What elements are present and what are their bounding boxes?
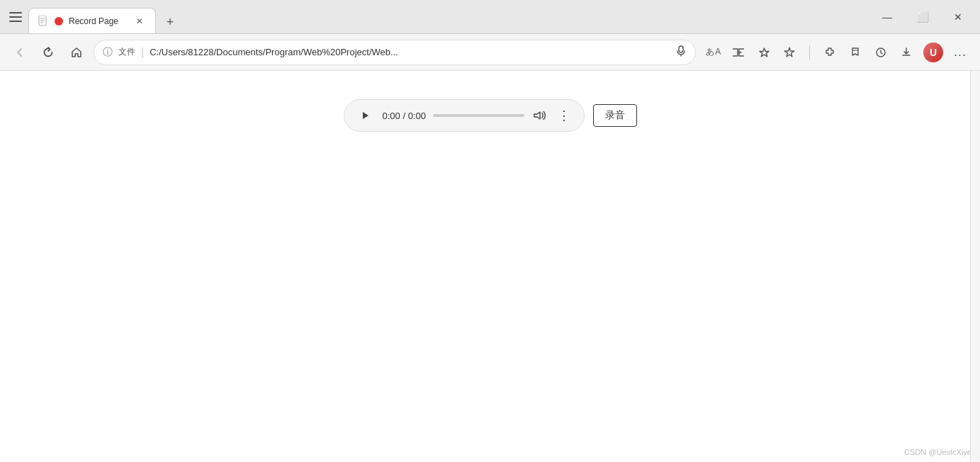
immersive-reader-button[interactable] — [727, 41, 750, 64]
address-info-icon[interactable]: ⓘ — [103, 46, 113, 59]
audio-player-container: 0:00 / 0:00 ⋮ 录音 — [344, 99, 637, 132]
svg-rect-1 — [9, 16, 22, 18]
toolbar-divider — [809, 45, 810, 60]
browser-window: Record Page ✕ + — ⬜ ✕ — [0, 0, 980, 462]
title-bar: Record Page ✕ + — ⬜ ✕ — [0, 0, 980, 34]
recording-indicator — [55, 17, 63, 26]
play-button[interactable] — [356, 106, 376, 125]
navigation-bar: ⓘ 文件 | C:/Users/81228/Documents/Program/… — [0, 34, 980, 71]
address-mic-icon[interactable] — [675, 45, 687, 60]
collections-button[interactable] — [844, 41, 867, 64]
active-tab[interactable]: Record Page ✕ — [28, 8, 156, 33]
extensions-button[interactable] — [818, 41, 841, 64]
downloads-button[interactable] — [895, 41, 918, 64]
address-bar[interactable]: ⓘ 文件 | C:/Users/81228/Documents/Program/… — [94, 40, 696, 65]
profile-avatar[interactable]: U — [923, 43, 943, 62]
home-button[interactable] — [65, 41, 88, 64]
favorite-button[interactable] — [753, 41, 775, 64]
svg-rect-0 — [9, 12, 22, 13]
toolbar-icons: あ A — [702, 41, 801, 64]
player-more-button[interactable]: ⋮ — [556, 108, 573, 123]
more-options-button[interactable]: ... — [949, 41, 971, 64]
svg-rect-2 — [9, 21, 22, 22]
scrollbar-track[interactable] — [970, 71, 980, 462]
tab-bar: Record Page ✕ + — [28, 0, 868, 33]
read-aloud-button[interactable]: あ A — [702, 41, 724, 64]
copilot-button[interactable] — [778, 41, 801, 64]
record-button[interactable]: 录音 — [593, 104, 637, 127]
minimize-button[interactable]: — — [871, 6, 903, 28]
tab-favicon-icon — [38, 16, 49, 27]
watermark: CSDN @UestcXiye — [904, 448, 971, 456]
window-controls: — ⬜ ✕ — [871, 6, 974, 28]
sidebar-toggle-button[interactable] — [6, 7, 26, 27]
address-divider: | — [141, 46, 144, 59]
time-display: 0:00 / 0:00 — [383, 111, 426, 121]
history-button[interactable] — [869, 41, 892, 64]
progress-bar[interactable] — [433, 114, 524, 117]
new-tab-button[interactable]: + — [159, 11, 181, 33]
svg-rect-7 — [679, 46, 683, 52]
volume-button[interactable] — [531, 111, 548, 120]
address-file-label: 文件 — [118, 46, 135, 58]
address-url: C:/Users/81228/Documents/Program/Web%20P… — [150, 47, 670, 57]
tab-close-button[interactable]: ✕ — [133, 14, 147, 28]
avatar-image: U — [923, 43, 943, 62]
close-button[interactable]: ✕ — [942, 6, 974, 28]
refresh-button[interactable] — [37, 41, 60, 64]
toolbar-icons-right — [818, 41, 918, 64]
back-button[interactable] — [9, 41, 31, 64]
page-content: 0:00 / 0:00 ⋮ 录音 CSDN @UestcXiye — [0, 71, 980, 462]
tab-title: Record Page — [69, 16, 127, 26]
audio-player: 0:00 / 0:00 ⋮ — [344, 99, 585, 132]
maximize-button[interactable]: ⬜ — [906, 6, 939, 28]
